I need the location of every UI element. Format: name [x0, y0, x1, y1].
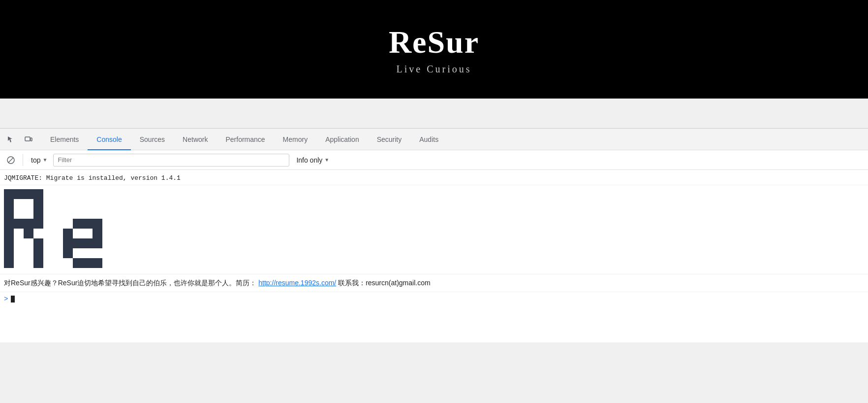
tab-memory[interactable]: Memory: [274, 129, 317, 150]
log-level-select-button[interactable]: Info only ▼: [292, 153, 333, 167]
select-element-icon-button[interactable]: [3, 132, 19, 147]
console-chinese-line: 对ReSur感兴趣？ReSur迫切地希望寻找到自己的伯乐，也许你就是那个人。简历…: [0, 274, 868, 292]
tab-console[interactable]: Console: [88, 129, 130, 150]
info-only-label: Info only: [296, 156, 322, 164]
devtools-panel: Elements Console Sources Network Perform…: [0, 128, 868, 342]
clear-console-button[interactable]: [4, 153, 18, 167]
devtools-tabs: Elements Console Sources Network Perform…: [41, 129, 447, 150]
console-output: JQMIGRATE: Migrate is installed, version…: [0, 170, 868, 342]
site-header: ReSur Live Curious: [0, 0, 868, 99]
jqmigrate-message: JQMIGRATE: Migrate is installed, version…: [4, 174, 181, 183]
console-image-line: [0, 185, 868, 274]
console-prompt-icon: >: [4, 295, 8, 303]
console-log-line-jqmigrate: JQMIGRATE: Migrate is installed, version…: [0, 172, 868, 185]
svg-rect-0: [25, 137, 30, 141]
console-cursor[interactable]: [11, 296, 15, 302]
chinese-text-after: 联系我：resurcn(at)gmail.com: [338, 279, 430, 287]
site-title: ReSur: [389, 24, 479, 61]
tab-sources[interactable]: Sources: [131, 129, 174, 150]
tab-application[interactable]: Application: [316, 129, 368, 150]
devtools-toolbar: Elements Console Sources Network Perform…: [0, 129, 868, 150]
tab-performance[interactable]: Performance: [217, 129, 274, 150]
tab-security[interactable]: Security: [368, 129, 411, 150]
toolbar-divider: [23, 154, 23, 166]
pixel-art-logo: [4, 189, 142, 268]
svg-rect-1: [31, 138, 32, 141]
console-filter-input[interactable]: [53, 154, 289, 167]
device-toolbar-icon-button[interactable]: [21, 132, 36, 147]
console-input-line: >: [0, 292, 868, 306]
chinese-text-before: 对ReSur感兴趣？ReSur迫切地希望寻找到自己的伯乐，也许你就是那个人。简历…: [4, 279, 256, 287]
info-only-arrow: ▼: [324, 157, 329, 163]
grey-strip: [0, 99, 868, 128]
tab-network[interactable]: Network: [174, 129, 217, 150]
tab-elements[interactable]: Elements: [41, 129, 88, 150]
resume-link[interactable]: http://resume.1992s.com/: [258, 279, 336, 287]
context-select-arrow: ▼: [42, 157, 47, 163]
context-select-button[interactable]: top ▼: [28, 153, 50, 167]
context-label: top: [31, 156, 40, 164]
console-toolbar: top ▼ Info only ▼: [0, 150, 868, 170]
svg-line-3: [8, 158, 13, 163]
tab-audits[interactable]: Audits: [410, 129, 447, 150]
site-tagline: Live Curious: [397, 64, 472, 75]
